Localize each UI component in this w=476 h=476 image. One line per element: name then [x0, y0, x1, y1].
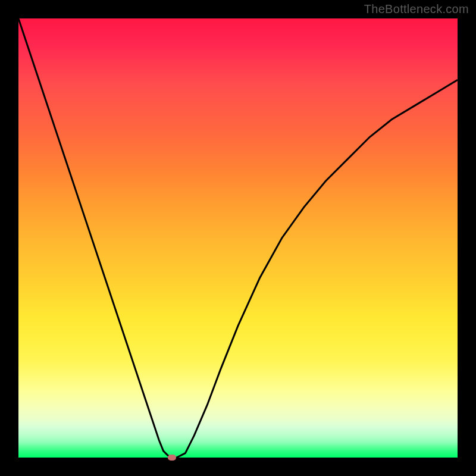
- plot-area: [18, 18, 458, 458]
- optimum-marker: [168, 455, 176, 461]
- watermark-text: TheBottleneck.com: [364, 2, 469, 16]
- chart-container: TheBottleneck.com: [0, 0, 476, 476]
